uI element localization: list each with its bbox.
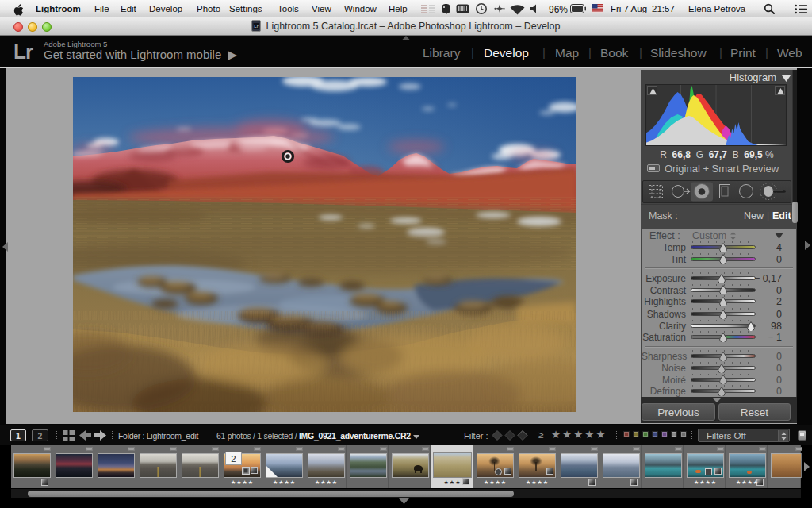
svg-text:Lr: Lr [255, 24, 259, 29]
